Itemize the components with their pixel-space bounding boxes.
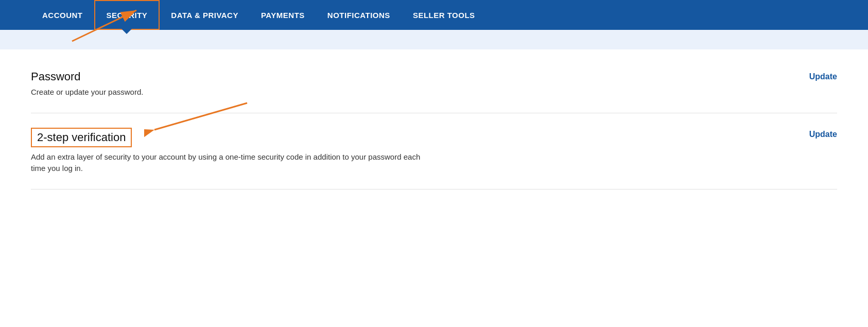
main-content: Password Create or update your password.…: [0, 49, 868, 190]
password-update-link[interactable]: Update: [809, 70, 837, 81]
password-title: Password: [31, 70, 789, 83]
nav-item-notifications[interactable]: NOTIFICATIONS: [316, 0, 402, 30]
nav-bar: ACCOUNT SECURITY DATA & PRIVACY PAYMENTS…: [0, 0, 868, 30]
two-step-title: 2-step verification: [31, 128, 132, 147]
nav-item-payments[interactable]: PAYMENTS: [250, 0, 316, 30]
password-description: Create or update your password.: [31, 87, 422, 98]
two-step-section-info: 2-step verification Add an extra layer o…: [31, 128, 789, 175]
two-step-description: Add an extra layer of security to your a…: [31, 151, 422, 175]
nav-item-account[interactable]: ACCOUNT: [31, 0, 94, 30]
two-step-update-link[interactable]: Update: [809, 128, 837, 139]
nav-item-security[interactable]: SECURITY: [94, 0, 160, 30]
nav-item-data-privacy[interactable]: DATA & PRIVACY: [160, 0, 250, 30]
nav-item-seller-tools[interactable]: SELLER TOOLS: [402, 0, 487, 30]
two-step-section: 2-step verification Add an extra layer o…: [31, 113, 837, 190]
password-section: Password Create or update your password.…: [31, 70, 837, 113]
page-wrapper: ACCOUNT SECURITY DATA & PRIVACY PAYMENTS…: [0, 0, 868, 190]
password-section-info: Password Create or update your password.: [31, 70, 789, 98]
